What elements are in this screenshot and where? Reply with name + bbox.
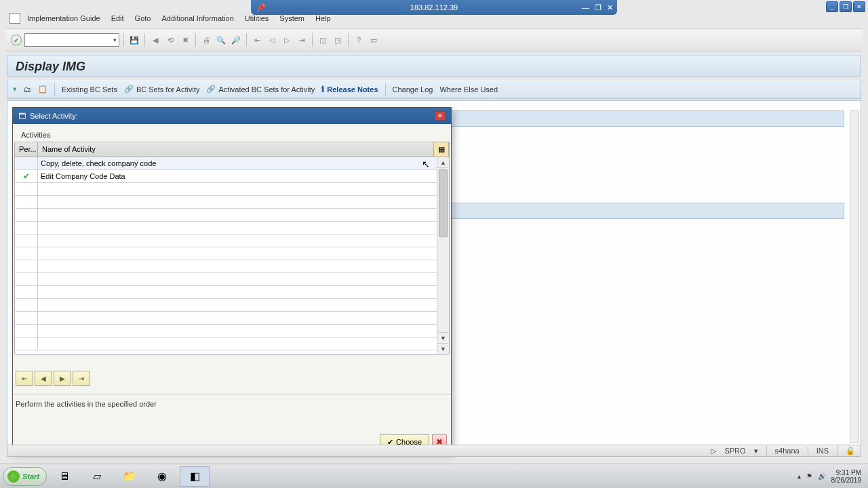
dialog-icon: 🗔 xyxy=(18,112,26,120)
scroll-down-icon[interactable]: ▼ xyxy=(437,332,449,343)
close-button[interactable]: ✕ xyxy=(853,1,865,12)
table-row[interactable] xyxy=(15,338,449,350)
table-row[interactable]: ✔ Edit Company Code Data xyxy=(15,170,449,183)
shortcut-icon[interactable]: ◳ xyxy=(332,34,344,46)
where-else-used[interactable]: Where Else Used xyxy=(439,85,498,94)
back-icon[interactable]: ◀ xyxy=(149,34,161,46)
remote-restore-icon[interactable]: ❐ xyxy=(595,3,601,12)
release-notes[interactable]: ℹ Release Notes xyxy=(321,85,378,94)
change-log[interactable]: Change Log xyxy=(393,85,433,94)
menu-help[interactable]: Help xyxy=(315,14,331,22)
tree-header-1 xyxy=(448,110,844,127)
remote-ip: 183.82.112.39 xyxy=(410,3,458,12)
clipboard-icon[interactable]: 📋 xyxy=(38,85,47,94)
structure-icon[interactable]: 🗂 xyxy=(24,85,31,94)
table-row[interactable] xyxy=(15,222,449,235)
menu-system[interactable]: System xyxy=(279,14,304,22)
table-row[interactable] xyxy=(15,247,449,260)
status-mode: INS xyxy=(816,447,829,455)
activities-group-label: Activities xyxy=(13,124,451,142)
next-page-icon[interactable]: ▷ xyxy=(281,34,293,46)
print-icon[interactable]: 🖨 xyxy=(200,34,212,46)
first-record-button[interactable]: ⇤ xyxy=(16,371,33,386)
status-lock-icon[interactable]: 🔓 xyxy=(846,447,855,455)
standard-toolbar: ✔ 💾 ◀ ⟲ ✖ 🖨 🔍 🔎 ⇤ ◁ ▷ ⇥ ◫ ◳ ? ▭ xyxy=(5,28,863,52)
activated-bc-sets[interactable]: 🔗Activated BC Sets for Activity xyxy=(206,85,315,94)
menu-additional-information[interactable]: Additional Information xyxy=(161,14,233,22)
tray-volume-icon[interactable]: 🔊 xyxy=(818,472,826,480)
menu-utilities[interactable]: Utilities xyxy=(245,14,269,22)
table-row[interactable] xyxy=(15,273,449,286)
dialog-title: Select Activity: xyxy=(30,112,78,120)
table-scrollbar[interactable]: ▲ ▼ ▼ xyxy=(437,157,449,354)
minimize-button[interactable]: _ xyxy=(826,1,838,12)
help-icon[interactable]: ? xyxy=(353,34,365,46)
taskbar-folder-icon[interactable]: 📁 xyxy=(115,466,144,487)
save-icon[interactable]: 💾 xyxy=(128,34,140,46)
first-page-icon[interactable]: ⇤ xyxy=(251,34,263,46)
dialog-close-button[interactable]: ✕ xyxy=(435,111,446,121)
table-row[interactable] xyxy=(15,235,449,247)
cell-performed: ✔ xyxy=(15,170,38,182)
last-record-button[interactable]: ⇥ xyxy=(73,371,90,386)
next-record-button[interactable]: ▶ xyxy=(54,371,71,386)
status-tcode: SPRO xyxy=(724,447,745,455)
tree-header-2 xyxy=(448,203,844,219)
nav-buttons: ⇤ ◀ ▶ ⇥ xyxy=(13,354,451,391)
cell-performed xyxy=(15,157,38,169)
menu-goto[interactable]: Goto xyxy=(135,14,151,22)
menu-bar: Implementation Guide Edit Goto Additiona… xyxy=(5,12,863,24)
start-button[interactable]: Start xyxy=(3,467,47,486)
table-row[interactable] xyxy=(15,286,449,299)
restore-button[interactable]: ❐ xyxy=(840,1,852,12)
table-row[interactable] xyxy=(15,209,449,222)
new-session-icon[interactable]: ◫ xyxy=(317,34,329,46)
prev-page-icon[interactable]: ◁ xyxy=(266,34,278,46)
exit-icon[interactable]: ⟲ xyxy=(164,34,176,46)
scroll-down-icon[interactable]: ▼ xyxy=(437,343,449,354)
col-performed[interactable]: Per... xyxy=(15,142,38,157)
col-name[interactable]: Name of Activity xyxy=(38,142,434,157)
pin-icon[interactable]: 📌 xyxy=(256,3,266,12)
enter-icon[interactable]: ✔ xyxy=(11,35,22,45)
command-field[interactable] xyxy=(24,33,119,47)
menu-edit[interactable]: Edit xyxy=(111,14,124,22)
existing-bc-sets[interactable]: Existing BC Sets xyxy=(62,85,117,94)
content-scrollbar[interactable] xyxy=(850,110,859,443)
table-row[interactable] xyxy=(15,260,449,273)
find-next-icon[interactable]: 🔎 xyxy=(230,34,242,46)
taskbar-powershell-icon[interactable]: ▱ xyxy=(82,466,112,487)
remote-minimize-icon[interactable]: — xyxy=(582,3,589,12)
select-activity-dialog: 🗔 Select Activity: ✕ Activities Per... N… xyxy=(12,107,452,453)
table-row[interactable] xyxy=(15,325,449,338)
layout-icon[interactable]: ▭ xyxy=(368,34,380,46)
prev-record-button[interactable]: ◀ xyxy=(35,371,52,386)
last-page-icon[interactable]: ⇥ xyxy=(296,34,308,46)
bc-sets-for-activity[interactable]: 🔗BC Sets for Activity xyxy=(124,85,200,94)
remote-close-icon[interactable]: ✕ xyxy=(607,3,613,12)
table-row[interactable] xyxy=(15,196,449,209)
table-row[interactable] xyxy=(15,299,449,312)
taskbar-sap-icon[interactable]: ◧ xyxy=(180,466,210,487)
menu-implementation-guide[interactable]: Implementation Guide xyxy=(27,14,100,22)
table-row[interactable]: Copy, delete, check company code xyxy=(15,157,449,170)
tray-chevron-icon[interactable]: ▴ xyxy=(797,472,801,480)
scroll-up-icon[interactable]: ▲ xyxy=(437,157,449,168)
table-row[interactable] xyxy=(15,312,449,325)
expand-icon[interactable]: ▾ xyxy=(13,85,17,94)
find-icon[interactable]: 🔍 xyxy=(215,34,227,46)
check-icon: ✔ xyxy=(23,171,30,181)
table-body: Copy, delete, check company code ✔ Edit … xyxy=(15,157,449,354)
table-row[interactable] xyxy=(15,183,449,196)
taskbar-explorer-icon[interactable]: 🖥 xyxy=(50,466,79,487)
cell-name[interactable]: Edit Company Code Data xyxy=(38,170,449,182)
scroll-thumb[interactable] xyxy=(439,169,448,237)
tray-clock[interactable]: 9:31 PM 8/26/2019 xyxy=(831,469,862,484)
col-config-icon[interactable]: ▦ xyxy=(434,142,449,157)
status-system: s4hana xyxy=(775,447,800,455)
taskbar-chrome-icon[interactable]: ◉ xyxy=(147,466,177,487)
cell-name[interactable]: Copy, delete, check company code xyxy=(38,157,449,169)
status-play-icon[interactable]: ▷ xyxy=(711,447,716,455)
cancel-icon[interactable]: ✖ xyxy=(179,34,191,46)
tray-flag-icon[interactable]: ⚑ xyxy=(806,472,812,480)
